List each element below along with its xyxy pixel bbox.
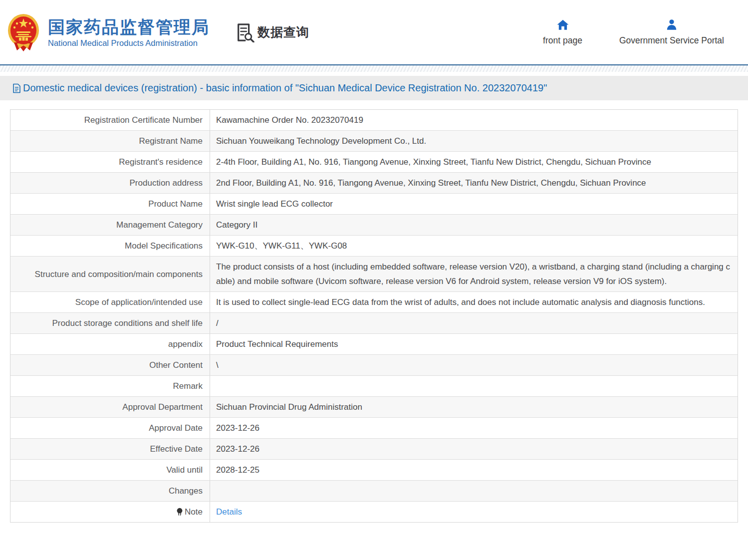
row-label: Product storage conditions and shelf lif… [10, 313, 210, 333]
data-query-label[interactable]: 数据查询 [257, 24, 309, 40]
table-row: Remark [10, 376, 738, 397]
table-row: Model SpecificationsYWK-G10、YWK-G11、YWK-… [10, 236, 738, 257]
header-nav: front page Government Service Portal [543, 18, 724, 46]
row-value: \ [210, 355, 738, 375]
row-value: / [210, 313, 738, 333]
row-value: 2-4th Floor, Building A1, No. 916, Tiang… [210, 152, 738, 172]
national-emblem-logo [7, 12, 40, 52]
table-row: NoteDetails [10, 502, 738, 522]
table-row: Registration Certificate NumberKawamachi… [10, 110, 738, 131]
row-label: Changes [10, 481, 210, 501]
home-icon [556, 18, 569, 31]
data-query-section: 数据查询 [236, 22, 309, 42]
row-label: Registrant Name [10, 131, 210, 151]
brand-block: 国家药品监督管理局 National Medical Products Admi… [48, 17, 210, 48]
document-search-icon [236, 22, 254, 42]
nav-item-front-page[interactable]: front page [543, 18, 582, 46]
row-value: Kawamachine Order No. 20232070419 [210, 110, 738, 130]
row-label: Approval Department [10, 397, 210, 417]
table-row: appendixProduct Technical Requirements [10, 334, 738, 355]
row-value: Wrist single lead ECG collector [210, 194, 738, 214]
row-value: 2nd Floor, Building A1, No. 916, Tiangon… [210, 173, 738, 193]
row-value: 2023-12-26 [210, 418, 738, 438]
brand-subtitle-en: National Medical Products Administration [48, 38, 210, 48]
table-row: Structure and composition/main component… [10, 257, 738, 292]
document-icon [12, 83, 21, 93]
row-label: Note [10, 502, 210, 522]
site-header: 国家药品监督管理局 National Medical Products Admi… [0, 0, 748, 64]
row-label: appendix [10, 334, 210, 354]
nav-label: Government Service Portal [619, 35, 724, 46]
table-row: Product storage conditions and shelf lif… [10, 313, 738, 334]
nav-label: front page [543, 35, 582, 46]
table-row: Scope of application/intended useIt is u… [10, 292, 738, 313]
row-label: Valid until [10, 460, 210, 480]
row-value: Details [210, 502, 738, 522]
hatch-pattern-band [0, 65, 748, 72]
brand-title-zh: 国家药品监督管理局 [48, 17, 210, 37]
row-value: 2023-12-26 [210, 439, 738, 459]
table-row: Registrant's residence2-4th Floor, Build… [10, 152, 738, 173]
table-row: Production address2nd Floor, Building A1… [10, 173, 738, 194]
row-value [210, 376, 738, 396]
row-label: Structure and composition/main component… [10, 257, 210, 291]
row-label: Remark [10, 376, 210, 396]
row-value: It is used to collect single-lead ECG da… [210, 292, 738, 312]
nav-item-gov-service-portal[interactable]: Government Service Portal [619, 18, 724, 46]
table-row: Product NameWrist single lead ECG collec… [10, 194, 738, 215]
row-label: Product Name [10, 194, 210, 214]
row-value [210, 481, 738, 501]
registration-info-table: Registration Certificate NumberKawamachi… [10, 109, 738, 523]
row-value: Sichuan Youweikang Technology Developmen… [210, 131, 738, 151]
row-label: Other Content [10, 355, 210, 375]
row-value: Product Technical Requirements [210, 334, 738, 354]
table-row: Registrant NameSichuan Youweikang Techno… [10, 131, 738, 152]
row-value: Sichuan Provincial Drug Administration [210, 397, 738, 417]
row-value: 2028-12-25 [210, 460, 738, 480]
person-icon [665, 18, 678, 31]
row-label: Scope of application/intended use [10, 292, 210, 312]
row-label: Management Category [10, 215, 210, 235]
table-row: Changes [10, 481, 738, 502]
table-row: Approval Date2023-12-26 [10, 418, 738, 439]
row-label: Registration Certificate Number [10, 110, 210, 130]
page-title-band: Domestic medical devices (registration) … [0, 76, 748, 100]
row-label: Model Specifications [10, 236, 210, 256]
row-label: Approval Date [10, 418, 210, 438]
row-value: YWK-G10、YWK-G11、YWK-G08 [210, 236, 738, 256]
table-row: Approval DepartmentSichuan Provincial Dr… [10, 397, 738, 418]
row-value: Category II [210, 215, 738, 235]
table-row: Valid until2028-12-25 [10, 460, 738, 481]
row-label: Registrant's residence [10, 152, 210, 172]
row-label: Effective Date [10, 439, 210, 459]
table-row: Management CategoryCategory II [10, 215, 738, 236]
row-value: The product consists of a host (includin… [210, 257, 738, 291]
table-row: Other Content\ [10, 355, 738, 376]
table-row: Effective Date2023-12-26 [10, 439, 738, 460]
page-title: Domestic medical devices (registration) … [23, 82, 547, 94]
bulb-icon [176, 508, 183, 516]
row-label: Production address [10, 173, 210, 193]
details-link[interactable]: Details [216, 505, 242, 519]
bulb-icon [176, 508, 183, 516]
